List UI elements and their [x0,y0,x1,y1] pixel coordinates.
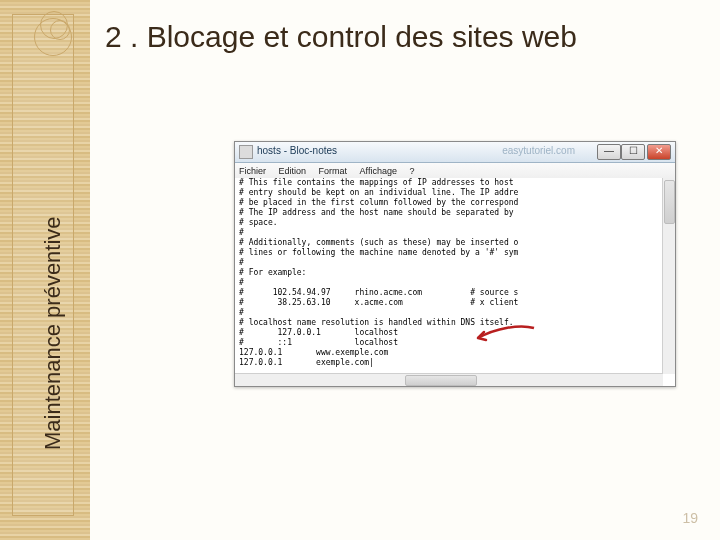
menu-format[interactable]: Format [319,163,348,179]
horizontal-scrollbar[interactable] [235,373,663,386]
titlebar: hosts - Bloc-notes easytutoriel.com — ☐ … [235,142,675,163]
horizontal-scroll-thumb[interactable] [405,375,477,386]
file-content: # This file contains the mappings of IP … [239,178,675,368]
text-editor[interactable]: # This file contains the mappings of IP … [235,178,675,374]
app-icon [239,145,253,159]
vertical-scrollbar[interactable] [662,178,675,374]
menu-help[interactable]: ? [410,163,415,179]
watermark: easytutoriel.com [502,145,575,156]
page-number: 19 [682,510,698,526]
window-title: hosts - Bloc-notes [257,145,337,156]
notepad-window: hosts - Bloc-notes easytutoriel.com — ☐ … [234,141,676,387]
slide-title: 2 . Blocage et control des sites web [105,18,700,56]
minimize-button[interactable]: — [597,144,621,160]
menu-edit[interactable]: Edition [279,163,307,179]
maximize-button[interactable]: ☐ [621,144,645,160]
decorative-circles [30,8,80,58]
vertical-scroll-thumb[interactable] [664,180,675,224]
slide: Maintenance préventive 2 . Blocage et co… [0,0,720,540]
vertical-section-label: Maintenance préventive [40,216,66,450]
close-button[interactable]: ✕ [647,144,671,160]
menu-view[interactable]: Affichage [360,163,397,179]
menu-file[interactable]: Fichier [239,163,266,179]
